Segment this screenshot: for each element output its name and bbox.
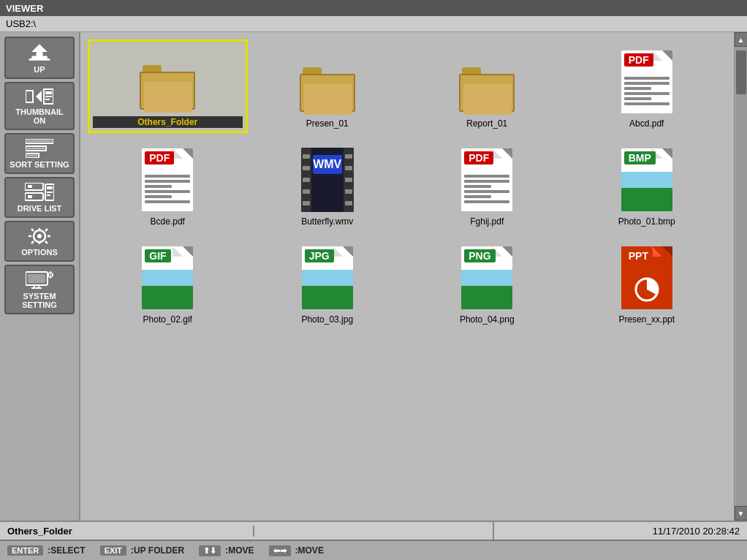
file-label-abcd-pdf: Abcd.pdf [629,118,664,129]
scroll-down-button[interactable]: ▼ [735,506,748,521]
bottom-label-0: :SELECT [48,545,85,556]
scroll-track [735,47,747,506]
file-label-presen01: Presen_01 [306,118,349,129]
options-icon [26,227,53,246]
file-label-bcde-pdf: Bcde.pdf [151,216,185,227]
file-label-others-folder: Others_Folder [93,116,243,128]
svg-rect-22 [47,192,53,193]
drive-button[interactable]: DRIVE LIST [4,177,75,218]
svg-rect-4 [26,91,33,102]
svg-rect-3 [29,58,50,61]
file-item-presen01[interactable]: Presen_01 [248,39,408,133]
svg-rect-7 [45,91,52,94]
up-button[interactable]: UP [4,37,75,79]
svg-marker-5 [36,91,42,102]
file-item-abcd-pdf[interactable]: PDF Abcd.pdf [567,39,727,133]
bottom-item-3: ⬅➡:MOVE [269,545,324,556]
scrollbar: ▲ ▼ [734,32,747,521]
file-label-photo02-gif: Photo_02.gif [143,314,192,325]
svg-line-33 [45,229,48,231]
bottom-item-1: EXIT:UP FOLDER [100,545,185,556]
file-panel: Others_Folder Presen_01 Report_01 PDF [80,32,747,521]
up-icon [26,42,53,63]
bottom-key-2: ⬆⬇ [199,545,221,556]
svg-rect-18 [25,193,43,200]
bottom-item-0: ENTER:SELECT [7,545,86,556]
file-item-photo02-gif[interactable]: GIF Photo_02.gif [88,238,248,329]
svg-point-40 [50,274,51,276]
status-bar: Others_Folder 11/17/2010 20:28:42 [0,521,747,540]
options-button[interactable]: OPTIONS [4,221,75,262]
bottom-key-1: EXIT [100,545,126,556]
sort-label: SORT SETTING [10,160,69,169]
drive-label: DRIVE LIST [18,204,62,213]
file-area: Others_Folder Presen_01 Report_01 PDF [80,32,734,521]
path-label: USB2:\ [6,18,36,29]
file-label-presen-xx-ppt: Presen_xx.ppt [618,314,675,325]
svg-rect-23 [47,194,50,196]
svg-rect-16 [25,183,43,190]
svg-rect-21 [47,186,53,189]
thumbnail-icon [26,88,53,105]
svg-rect-15 [27,155,37,156]
svg-rect-14 [27,148,45,149]
file-item-bcde-pdf[interactable]: PDF Bcde.pdf [88,140,248,231]
file-item-presen-xx-ppt[interactable]: PPT Presen_xx.ppt [567,238,727,329]
thumbnail-button[interactable]: THUMBNAIL ON [4,82,75,130]
file-item-photo04-png[interactable]: PNG Photo_04.png [407,238,567,329]
status-timestamp: 11/17/2010 20:28:42 [494,526,747,537]
status-center [254,522,494,540]
title-label: VIEWER [6,3,43,14]
file-label-photo03-jpg: Photo_03.jpg [301,314,353,325]
svg-marker-1 [31,44,48,52]
file-item-fghij-pdf[interactable]: PDF Fghij.pdf [407,140,567,231]
title-bar: VIEWER [0,0,747,16]
drive-icon [25,183,54,202]
path-bar: USB2:\ [0,16,747,32]
scroll-thumb[interactable] [736,50,746,94]
svg-rect-13 [27,140,52,142]
svg-rect-19 [28,195,32,198]
bottom-label-2: :MOVE [225,545,254,556]
svg-point-25 [37,234,42,238]
bottom-label-3: :MOVE [295,545,324,556]
thumbnail-label: THUMBNAIL ON [9,107,70,125]
status-current-item: Others_Folder [0,526,254,537]
file-item-report01[interactable]: Report_01 [407,39,567,133]
sort-button[interactable]: SORT SETTING [4,133,75,174]
svg-rect-35 [28,274,45,283]
file-item-photo01-bmp[interactable]: BMP Photo_01.bmp [567,140,727,231]
bottom-item-2: ⬆⬇:MOVE [199,545,254,556]
svg-rect-17 [28,185,32,188]
svg-line-32 [31,241,34,243]
scroll-up-button[interactable]: ▲ [735,32,748,47]
file-label-photo01-bmp: Photo_01.bmp [618,216,675,227]
file-item-butterfly-wmv[interactable]: WMV Butterfly.wmv [248,140,408,231]
up-label: UP [34,65,45,74]
system-button[interactable]: SYSTEM SETTING [4,265,75,314]
sort-icon [26,139,53,158]
file-item-photo03-jpg[interactable]: JPG Photo_03.jpg [248,238,408,329]
file-label-fghij-pdf: Fghij.pdf [470,216,504,227]
bottom-label-1: :UP FOLDER [131,545,184,556]
file-label-report01: Report_01 [466,118,507,129]
sidebar: UP THUMBNAIL ON SORT [0,32,80,521]
svg-rect-2 [31,56,48,59]
svg-line-31 [45,241,48,243]
bottom-bar: ENTER:SELECTEXIT:UP FOLDER⬆⬇:MOVE⬅➡:MOVE [0,540,747,560]
system-label: SYSTEM SETTING [9,292,70,309]
file-label-photo04-png: Photo_04.png [460,314,515,325]
system-icon [26,270,53,290]
svg-rect-8 [45,96,52,97]
svg-rect-9 [45,99,50,100]
svg-line-30 [31,229,34,231]
file-item-others-folder[interactable]: Others_Folder [88,39,248,133]
file-grid: Others_Folder Presen_01 Report_01 PDF [80,32,734,521]
bottom-key-0: ENTER [7,545,43,556]
bottom-key-3: ⬅➡ [269,545,291,556]
main-area: UP THUMBNAIL ON SORT [0,32,747,521]
file-label-butterfly-wmv: Butterfly.wmv [301,216,353,227]
options-label: OPTIONS [21,248,58,257]
